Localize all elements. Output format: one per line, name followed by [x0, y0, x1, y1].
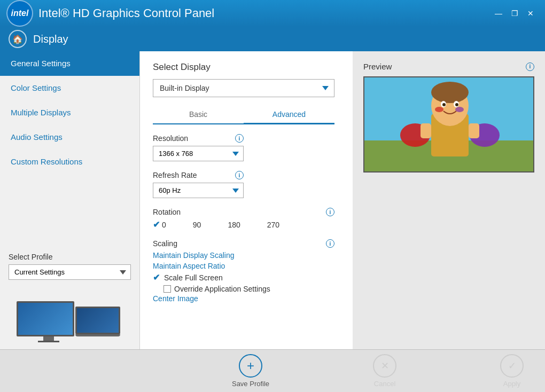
sidebar-item-audio-settings[interactable]: Audio Settings	[0, 125, 139, 150]
override-label: Override Application Settings	[174, 285, 270, 293]
titlebar: intel Intel® HD Graphics Control Panel —…	[0, 0, 545, 27]
refresh-info-icon[interactable]: i	[235, 171, 244, 179]
resolution-header: Resolution i	[153, 134, 244, 143]
override-checkbox[interactable]	[164, 285, 171, 293]
rotation-270-label[interactable]: 270	[267, 221, 279, 229]
preview-info-icon[interactable]: i	[526, 62, 534, 71]
monitor-base	[38, 341, 59, 342]
rotation-0-check: ✔	[153, 219, 160, 230]
preview-label: Preview	[363, 62, 392, 71]
rotation-info-icon[interactable]: i	[326, 208, 334, 216]
scaling-header: Scaling i	[153, 239, 334, 248]
scaling-options: Maintain Display Scaling Maintain Aspect…	[153, 251, 340, 303]
apply-button[interactable]: ✓ Apply	[500, 354, 524, 388]
svg-point-14	[455, 107, 464, 112]
save-profile-button[interactable]: + Save Profile	[232, 354, 269, 388]
cancel-button[interactable]: ✕ Cancel	[373, 354, 396, 388]
refresh-header: Refresh Rate i	[153, 171, 244, 179]
monitor-stand	[43, 336, 54, 341]
override-app-settings[interactable]: Override Application Settings	[164, 285, 340, 293]
titlebar-controls: — ❐ ✕	[490, 5, 539, 21]
svg-point-13	[435, 107, 443, 112]
scale-full-label: Scale Full Screen	[164, 273, 223, 282]
scale-full-check: ✔	[153, 272, 160, 283]
sidebar: General Settings Color Settings Multiple…	[0, 51, 140, 349]
profile-label: Select Profile	[9, 253, 131, 261]
headerbar-title: Display	[33, 33, 68, 45]
rotation-180-label[interactable]: 180	[228, 221, 240, 229]
refresh-select[interactable]: 60p Hz 59p Hz	[153, 183, 244, 198]
scaling-label: Scaling	[153, 239, 177, 248]
monitor-illustration	[0, 285, 139, 344]
preview-image	[363, 76, 534, 173]
save-icon: +	[239, 354, 262, 378]
save-label: Save Profile	[232, 380, 269, 388]
scaling-maintain-aspect[interactable]: Maintain Aspect Ratio	[153, 262, 340, 270]
refresh-rate-row: Refresh Rate i 60p Hz 59p Hz	[153, 171, 340, 198]
intel-logo: intel	[6, 0, 33, 27]
resolution-row: Resolution i 1366 x 768 1280 x 720 1024 …	[153, 134, 340, 161]
rotation-row: Rotation i ✔ 0 90 180 270	[153, 208, 340, 230]
preview-header: Preview i	[363, 62, 534, 71]
close-button[interactable]: ✕	[523, 5, 539, 21]
titlebar-title: Intel® HD Graphics Control Panel	[38, 6, 214, 20]
scaling-scale-full[interactable]: ✔ Scale Full Screen	[153, 272, 340, 283]
resolution-info-icon[interactable]: i	[235, 134, 244, 143]
svg-rect-12	[469, 123, 479, 138]
refresh-label: Refresh Rate	[153, 171, 197, 179]
titlebar-left: intel Intel® HD Graphics Control Panel	[6, 0, 214, 27]
maintain-aspect-label: Maintain Aspect Ratio	[153, 262, 225, 270]
select-display-title: Select Display	[153, 62, 340, 73]
rotation-options: ✔ 0 90 180 270	[153, 219, 340, 230]
resolution-label: Resolution	[153, 134, 188, 143]
monitor-laptop	[75, 307, 123, 344]
scaling-center-image[interactable]: Center Image	[153, 294, 340, 303]
monitor-large	[17, 301, 81, 344]
cancel-icon: ✕	[373, 354, 396, 378]
sidebar-item-color-settings[interactable]: Color Settings	[0, 76, 139, 100]
monitor-screen	[17, 301, 74, 336]
headerbar: 🏠 Display	[0, 27, 545, 51]
apply-label: Apply	[503, 380, 521, 388]
scaling-row: Scaling i Maintain Display Scaling Maint…	[153, 239, 340, 303]
cancel-label: Cancel	[374, 380, 395, 388]
tab-bar: Basic Advanced	[153, 106, 334, 124]
tab-advanced[interactable]: Advanced	[244, 106, 334, 124]
maintain-display-label: Maintain Display Scaling	[153, 251, 235, 260]
laptop-screen	[75, 307, 120, 334]
home-button[interactable]: 🏠	[9, 30, 27, 48]
svg-rect-10	[421, 123, 431, 138]
svg-point-4	[431, 82, 469, 103]
main-container: General Settings Color Settings Multiple…	[0, 51, 545, 349]
bottom-bar: + Save Profile ✕ Cancel ✓ Apply	[0, 349, 545, 392]
sidebar-item-general-settings[interactable]: General Settings	[0, 51, 139, 76]
center-image-label: Center Image	[153, 294, 198, 303]
display-select[interactable]: Built-in Display	[153, 79, 334, 97]
rotation-header: Rotation i	[153, 208, 334, 216]
sidebar-item-custom-resolutions[interactable]: Custom Resolutions	[0, 150, 139, 174]
laptop-base	[75, 334, 120, 336]
resolution-select[interactable]: 1366 x 768 1280 x 720 1024 x 768	[153, 146, 244, 161]
rotation-0-label: 0	[162, 221, 166, 229]
apply-icon: ✓	[500, 354, 524, 378]
preview-svg	[364, 76, 533, 173]
svg-point-8	[455, 103, 458, 106]
rotation-90-label[interactable]: 90	[193, 221, 201, 229]
scaling-info-icon[interactable]: i	[326, 239, 334, 248]
tab-basic[interactable]: Basic	[153, 106, 244, 123]
select-profile-section: Select Profile Current Settings	[0, 247, 139, 285]
rotation-0[interactable]: ✔ 0	[153, 219, 166, 230]
right-panel: Preview i	[353, 51, 545, 349]
rotation-label: Rotation	[153, 208, 181, 216]
monitor-group	[17, 291, 123, 344]
restore-button[interactable]: ❐	[507, 5, 523, 21]
sidebar-item-multiple-displays[interactable]: Multiple Displays	[0, 100, 139, 125]
svg-point-7	[442, 103, 446, 106]
profile-select[interactable]: Current Settings	[9, 264, 131, 280]
content-area: Select Display Built-in Display Basic Ad…	[140, 51, 353, 349]
minimize-button[interactable]: —	[490, 5, 507, 21]
scaling-maintain-display[interactable]: Maintain Display Scaling	[153, 251, 340, 260]
